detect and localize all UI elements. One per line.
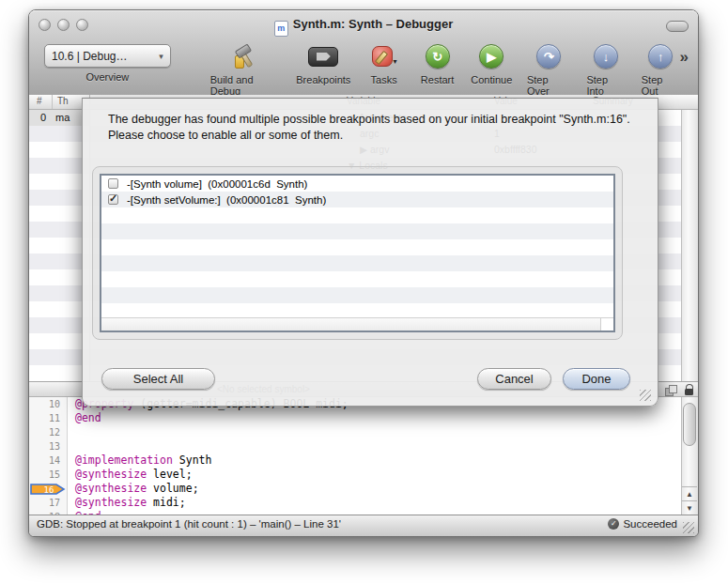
thread-number: 0 <box>33 112 46 123</box>
counterparts-icon[interactable] <box>665 385 676 395</box>
breakpoints-sheet: The debugger has found multiple possible… <box>82 98 658 407</box>
breakpoint-arrow-icon[interactable]: 16 <box>30 484 66 495</box>
editor-scrollbar[interactable]: ▲ ▼ <box>681 397 698 515</box>
empty-list-row <box>101 271 613 287</box>
toolbar-toggle-button[interactable] <box>666 21 689 32</box>
gutter-line-number[interactable]: 10 <box>29 397 67 411</box>
breakpoint-list-row[interactable]: -[Synth setVolume:] (0x00001c81 Synth) <box>101 192 613 207</box>
window-resize-grip[interactable] <box>683 522 694 533</box>
done-button[interactable]: Done <box>563 368 630 390</box>
window-content: # Th Variable Value Summary 0 ma ▼ Argum… <box>29 95 698 536</box>
toolbar-item-label: Restart <box>421 74 454 85</box>
toolbar-item-continue[interactable]: ▶Continue <box>472 40 511 85</box>
toolbar-item-step-over[interactable]: ↷Step Over <box>527 40 571 97</box>
status-message: GDB: Stopped at breakpoint 1 (hit count … <box>37 518 341 530</box>
gutter-line-number[interactable]: 14 <box>29 453 67 468</box>
build-status[interactable]: ✓ Succeeded <box>608 518 677 530</box>
toolbar-item-label: Step Over <box>527 74 571 97</box>
gutter-line-number[interactable]: 12 <box>29 425 67 439</box>
succeeded-label: Succeeded <box>623 518 677 530</box>
toolbar-item-breakpoints[interactable]: Breakpoints <box>298 40 349 85</box>
breakpoint-list-row[interactable]: -[Synth volume] (0x00001c6d Synth) <box>101 176 613 192</box>
code-line[interactable]: @synthesize level; <box>68 468 682 482</box>
select-all-button[interactable]: Select All <box>101 368 215 390</box>
code-line[interactable]: @end <box>68 411 682 425</box>
threads-column-thread[interactable]: Th <box>57 96 69 106</box>
sheet-message: The debugger has found multiple possible… <box>108 112 639 144</box>
toolbar: 10.6 | Debug… ▾ Overview Build and Debug… <box>29 40 698 95</box>
toolbar-item-label: Breakpoints <box>296 74 350 85</box>
code-line[interactable] <box>68 425 682 439</box>
window-title: mSynth.m: Synth – Debugger <box>29 17 698 37</box>
titlebar[interactable]: mSynth.m: Synth – Debugger <box>29 10 698 40</box>
chevron-down-icon: ▾ <box>394 57 397 66</box>
window-chrome: mSynth.m: Synth – Debugger 10.6 | Debug…… <box>29 10 698 96</box>
code-lines[interactable]: @property (getter=midi_capable) BOOL mid… <box>68 397 682 515</box>
empty-list-row <box>101 287 613 303</box>
toolbar-item-label: Build and Debug <box>210 74 282 97</box>
toolbar-item-label: Step Into <box>586 74 625 97</box>
code-line[interactable] <box>68 439 682 453</box>
continue-icon: ▶ <box>479 44 503 69</box>
debugger-window: mSynth.m: Synth – Debugger 10.6 | Debug…… <box>28 9 699 537</box>
navbar-icons <box>665 383 694 396</box>
document-icon: m <box>274 21 288 37</box>
succeeded-check-icon: ✓ <box>608 518 619 530</box>
column-divider <box>52 95 53 109</box>
sheet-buttons: Select All Cancel Done <box>83 368 658 390</box>
overview-group: 10.6 | Debug… ▾ Overview <box>44 44 171 83</box>
thread-name[interactable]: ma <box>55 112 70 123</box>
overview-popup[interactable]: 10.6 | Debug… ▾ <box>44 44 171 68</box>
scrollbar-thumb[interactable] <box>683 403 696 446</box>
overview-popup-value: 10.6 | Debug… <box>52 50 128 63</box>
svg-text:16: 16 <box>44 484 54 494</box>
overview-label: Overview <box>44 71 171 83</box>
gutter-line-number[interactable]: 16 <box>29 482 67 496</box>
toolbar-overflow-chevron-icon[interactable]: » <box>680 48 690 67</box>
toolbar-item-tasks[interactable]: ▾Tasks <box>365 40 403 85</box>
checked-checkbox[interactable] <box>108 194 118 205</box>
toolbar-item-restart[interactable]: ↻Restart <box>419 40 457 85</box>
gutter-line-number[interactable]: 15 <box>29 468 67 482</box>
toolbar-item-label: Tasks <box>371 74 397 85</box>
lock-icon[interactable] <box>685 384 694 395</box>
sheet-resize-grip[interactable] <box>640 390 651 401</box>
status-bar: GDB: Stopped at breakpoint 1 (hit count … <box>29 515 698 536</box>
scrollbar-corner <box>600 318 613 330</box>
restart-icon: ↻ <box>426 44 450 69</box>
step-into-icon: ↓ <box>594 44 618 69</box>
toolbar-item-build-and-debug[interactable]: Build and Debug <box>210 40 282 97</box>
breakpoint-label: -[Synth volume] (0x00001c6d Synth) <box>127 178 307 190</box>
gutter-line-number[interactable]: 11 <box>29 411 67 425</box>
toolbar-items: Build and DebugBreakpoints▾Tasks↻Restart… <box>210 40 680 97</box>
list-horizontal-scrollbar[interactable] <box>101 317 613 330</box>
list-groove: -[Synth volume] (0x00001c6d Synth)-[Synt… <box>92 166 623 340</box>
editor-gutter[interactable]: 101112131415161718 <box>29 397 68 515</box>
step-over-icon: ↷ <box>536 44 561 69</box>
toolbar-item-label: Continue <box>471 74 512 85</box>
gutter-line-number[interactable]: 17 <box>29 496 67 510</box>
empty-list-row <box>101 255 613 271</box>
chevron-down-icon: ▾ <box>159 52 163 61</box>
empty-list-row <box>101 207 613 223</box>
empty-list-row <box>101 239 613 255</box>
toolbar-item-step-out[interactable]: ↑Step Out <box>642 40 680 97</box>
scroll-down-arrow-icon[interactable]: ▼ <box>682 500 697 515</box>
code-line[interactable]: @synthesize midi; <box>68 496 682 510</box>
step-out-icon: ↑ <box>648 44 673 69</box>
scroll-up-arrow-icon[interactable]: ▲ <box>682 486 697 501</box>
tasks-stop-icon: ▾ <box>372 45 396 68</box>
threads-column-number[interactable]: # <box>37 96 42 106</box>
code-line[interactable]: @implementation Synth <box>68 453 682 468</box>
variables-scrollbar[interactable] <box>681 110 698 381</box>
gutter-line-number[interactable]: 13 <box>29 439 67 453</box>
empty-list-row <box>101 223 613 239</box>
cancel-button[interactable]: Cancel <box>477 368 551 390</box>
toolbar-item-step-into[interactable]: ↓Step Into <box>586 40 625 97</box>
unchecked-checkbox[interactable] <box>108 178 118 189</box>
breakpoints-list[interactable]: -[Synth volume] (0x00001c6d Synth)-[Synt… <box>100 174 615 332</box>
code-editor[interactable]: 101112131415161718 @property (getter=mid… <box>29 397 698 515</box>
breakpoints-badge-icon <box>308 47 338 67</box>
hammer-icon <box>233 44 259 69</box>
code-line[interactable]: @synthesize volume; <box>68 482 682 496</box>
